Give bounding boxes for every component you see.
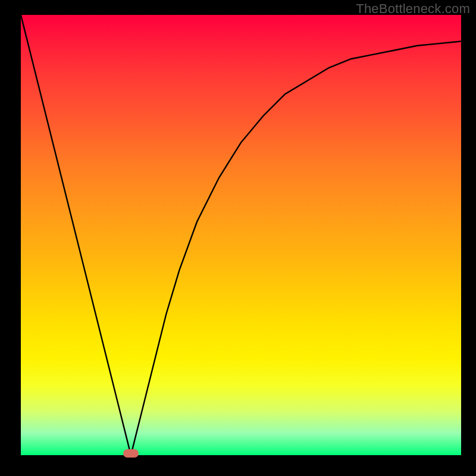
curve-svg: [21, 15, 461, 455]
bottleneck-curve: [21, 15, 461, 455]
optimal-marker: [123, 449, 139, 458]
plot-area: [21, 15, 461, 455]
attribution-text: TheBottleneck.com: [356, 1, 470, 17]
chart-frame: TheBottleneck.com: [0, 0, 476, 476]
